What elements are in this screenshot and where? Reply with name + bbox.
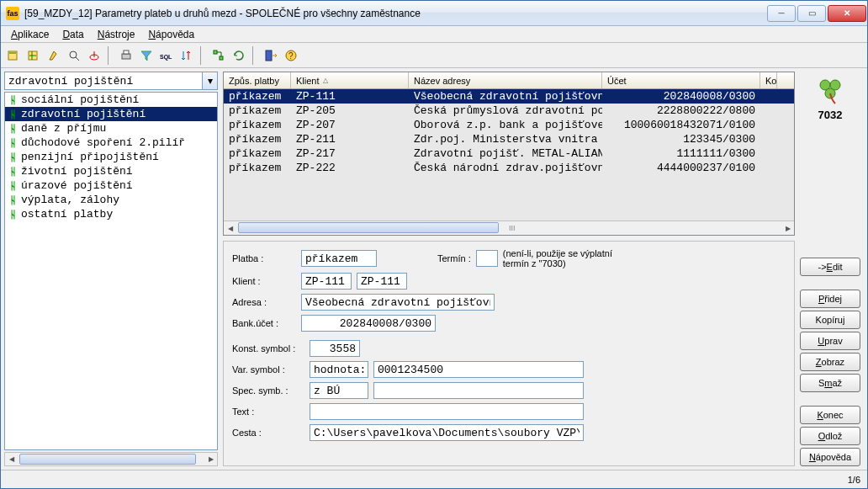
toolbar-sql-button[interactable]: SQL xyxy=(157,46,176,65)
spec-kind-field[interactable] xyxy=(310,382,368,399)
list-item[interactable]: ᚺživotní pojištění xyxy=(5,164,217,178)
adresa-field[interactable] xyxy=(301,294,495,311)
item-glyph-icon: ᚺ xyxy=(7,109,19,120)
list-item[interactable]: ᚺdaně z příjmu xyxy=(5,121,217,136)
uprav-button[interactable]: Uprav xyxy=(800,332,860,350)
svg-rect-9 xyxy=(266,50,272,61)
toolbar-refresh-button[interactable] xyxy=(230,46,248,65)
table-row[interactable]: příkazemZP-222Česká národní zdrav.pojišť… xyxy=(224,161,794,175)
table-cell: příkazem xyxy=(224,147,291,160)
table-row[interactable]: příkazemZP-217Zdravotní pojišť. METAL-AL… xyxy=(224,146,794,161)
toolbar-filter-button[interactable] xyxy=(137,46,156,65)
platba-label: Platba : xyxy=(232,253,296,263)
svg-point-2 xyxy=(70,51,77,58)
toolbar-sep-3 xyxy=(252,46,257,65)
kopiruj-button[interactable]: Kopíruj xyxy=(800,311,860,329)
minimize-button[interactable]: ─ xyxy=(767,5,796,22)
category-list[interactable]: ᚺsociální pojištěníᚺzdravotní pojištěníᚺ… xyxy=(4,92,218,450)
toolbar-btn-1[interactable] xyxy=(4,46,23,65)
col-ko[interactable]: Ko xyxy=(760,72,777,88)
cesta-field[interactable] xyxy=(310,424,584,441)
svg-text:SQL: SQL xyxy=(160,54,172,61)
scroll-right-arrow[interactable]: ▶ xyxy=(781,222,794,235)
var-value-field[interactable] xyxy=(373,361,584,378)
text-field[interactable] xyxy=(310,403,584,420)
napoveda-button[interactable]: Nápověda xyxy=(800,448,860,466)
odloz-button[interactable]: Odlož xyxy=(800,427,860,445)
toolbar-help-button[interactable]: ? xyxy=(282,46,300,65)
table-row[interactable]: příkazemZP-211Zdr.poj. Ministerstva vnit… xyxy=(224,132,794,146)
maximize-button[interactable]: ▭ xyxy=(797,5,826,22)
edit-button[interactable]: -> Edit xyxy=(800,258,860,276)
list-item[interactable]: ᚺzdravotní pojištění xyxy=(5,107,217,121)
list-item[interactable]: ᚺvýplata, zálohy xyxy=(5,193,217,207)
left-horizontal-scrollbar[interactable]: ◀ ▶ xyxy=(4,452,218,466)
close-button[interactable]: ✕ xyxy=(828,5,866,22)
menu-napoveda[interactable]: Nápověda xyxy=(143,27,199,42)
grid-body[interactable]: příkazemZP-111Všeobecná zdravotní pojišť… xyxy=(224,89,794,221)
col-zpus-platby[interactable]: Způs. platby xyxy=(224,72,291,88)
menu-aplikace[interactable]: Aplikace xyxy=(6,27,54,42)
list-item[interactable]: ᚺpenzijní připojištění xyxy=(5,150,217,164)
list-item[interactable]: ᚺúrazové pojištění xyxy=(5,178,217,193)
toolbar-sep-2 xyxy=(200,46,205,65)
var-kind-field[interactable] xyxy=(310,361,368,378)
list-item-label: životní pojištění xyxy=(21,165,133,178)
main-area: ▾ ᚺsociální pojištěníᚺzdravotní pojištěn… xyxy=(1,68,867,470)
list-item-label: výplata, zálohy xyxy=(21,194,119,206)
table-cell: Oborová z.p. bank a pojišťoven xyxy=(409,119,602,131)
table-row[interactable]: příkazemZP-205Česká průmyslová zdravotní… xyxy=(224,104,794,118)
table-cell: ZP-222 xyxy=(291,162,409,174)
termin-field[interactable] xyxy=(476,250,498,267)
scroll-left-arrow[interactable]: ◀ xyxy=(224,222,236,235)
list-item[interactable]: ᚺdůchodové spoření 2.pilíř xyxy=(5,136,217,150)
grid-horizontal-scrollbar[interactable]: ◀ III ▶ xyxy=(224,221,794,235)
table-cell: 202840008/0300 xyxy=(602,90,760,103)
toolbar-tree-button[interactable] xyxy=(209,46,228,65)
col-ucet[interactable]: Účet xyxy=(602,72,760,88)
table-row[interactable]: příkazemZP-207Oborová z.p. bank a pojišť… xyxy=(224,118,794,132)
toolbar-btn-4[interactable] xyxy=(65,46,83,65)
chevron-down-icon[interactable]: ▾ xyxy=(202,72,217,89)
spec-value-field[interactable] xyxy=(373,382,584,399)
konst-field[interactable] xyxy=(310,340,360,357)
termin-note: (není-li, použije se výplatní termín z "… xyxy=(503,248,612,268)
category-combo-input[interactable] xyxy=(5,73,202,89)
toolbar-btn-5[interactable] xyxy=(85,46,103,65)
toolbar-print-button[interactable] xyxy=(117,46,135,65)
titlebar: fas [59_MZDY_12] Parametry plateb u druh… xyxy=(1,1,867,26)
platba-field[interactable] xyxy=(301,250,377,267)
sort-indicator-icon: △ xyxy=(323,77,328,84)
item-glyph-icon: ᚺ xyxy=(7,194,19,206)
konec-button[interactable]: Konec xyxy=(800,406,860,424)
table-cell: Česká průmyslová zdravotní poj xyxy=(409,104,602,117)
col-nazev-adresy[interactable]: Název adresy xyxy=(409,72,602,88)
list-item[interactable]: ᚺsociální pojištění xyxy=(5,93,217,107)
konst-label: Konst. symbol : xyxy=(232,343,304,353)
category-combo[interactable]: ▾ xyxy=(4,72,218,90)
toolbar: SQL ? xyxy=(1,43,867,68)
pridej-button[interactable]: Přidej xyxy=(800,290,860,308)
toolbar-exit-button[interactable] xyxy=(262,46,280,65)
klient-code-field[interactable] xyxy=(301,273,352,290)
scroll-left-arrow[interactable]: ◀ xyxy=(5,453,18,465)
scroll-right-arrow[interactable]: ▶ xyxy=(204,453,217,465)
list-item-label: sociální pojištění xyxy=(21,93,139,106)
menu-nastroje[interactable]: Nástroje xyxy=(93,27,140,42)
klient-name-field[interactable] xyxy=(357,273,407,290)
toolbar-btn-2[interactable] xyxy=(24,46,43,65)
zobraz-button[interactable]: Zobraz xyxy=(800,353,860,371)
bankucet-field[interactable] xyxy=(301,315,436,332)
toolbar-btn-3[interactable] xyxy=(45,46,63,65)
table-row[interactable]: příkazemZP-111Všeobecná zdravotní pojišť… xyxy=(224,89,794,104)
toolbar-sort-button[interactable] xyxy=(177,46,196,65)
menu-data[interactable]: Data xyxy=(57,27,88,42)
scroll-thumb[interactable] xyxy=(19,454,196,465)
list-item-label: důchodové spoření 2.pilíř xyxy=(21,136,185,149)
scroll-thumb[interactable] xyxy=(238,222,499,233)
data-grid[interactable]: Způs. platby Klient△ Název adresy Účet K… xyxy=(223,72,795,236)
app-window: fas [59_MZDY_12] Parametry plateb u druh… xyxy=(0,0,868,489)
list-item[interactable]: ᚺostatní platby xyxy=(5,207,217,221)
col-klient[interactable]: Klient△ xyxy=(291,72,409,88)
smaz-button[interactable]: Smaž xyxy=(800,374,860,392)
